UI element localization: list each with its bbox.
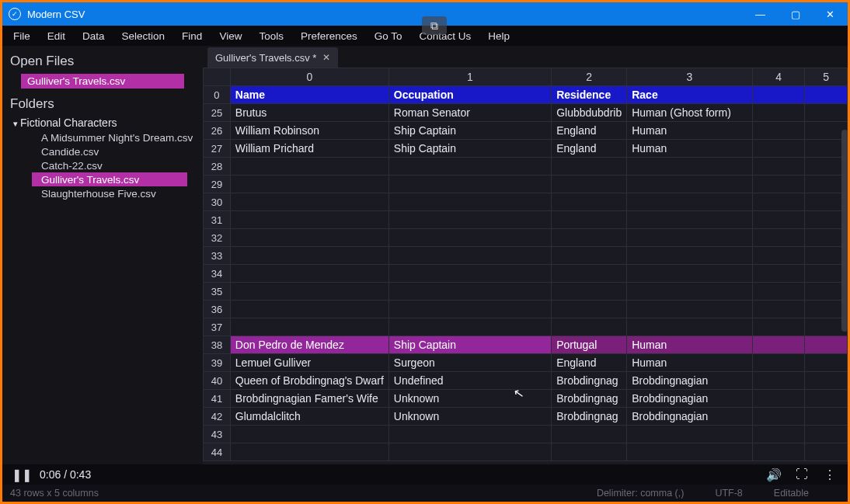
grid-cell[interactable] [752, 140, 805, 158]
grid-cell[interactable]: Brobdingnagian Famer's Wife [230, 390, 388, 408]
menu-selection[interactable]: Selection [116, 29, 172, 43]
grid-cell[interactable]: William Robinson [230, 122, 388, 140]
grid-cell[interactable]: Human [627, 354, 753, 372]
grid-cell[interactable] [388, 229, 551, 247]
file-item[interactable]: Gulliver's Travels.csv [32, 172, 187, 186]
pause-button[interactable]: ❚❚ [12, 468, 29, 482]
tab-gullivers-travels[interactable]: Gulliver's Travels.csv * ✕ [207, 47, 338, 68]
grid-cell[interactable]: Brobdingnag [552, 390, 627, 408]
grid-cell[interactable] [752, 372, 805, 390]
grid-cell[interactable] [752, 158, 805, 176]
col-header[interactable]: 1 [388, 68, 551, 86]
grid-cell[interactable]: Brobdingnagian [627, 390, 753, 408]
row-header[interactable]: 40 [204, 372, 231, 390]
row-header[interactable]: 32 [204, 229, 231, 247]
grid-cell[interactable]: Ship Captain [388, 140, 551, 158]
row-header[interactable]: 42 [204, 408, 231, 426]
grid-cell[interactable] [552, 229, 627, 247]
grid-cell[interactable] [752, 408, 805, 426]
grid-cell[interactable] [752, 283, 805, 301]
grid-cell[interactable] [752, 426, 805, 443]
grid-cell[interactable] [552, 158, 627, 176]
vertical-scrollbar[interactable] [841, 130, 848, 332]
row-header[interactable]: 41 [204, 390, 231, 408]
grid-cell[interactable]: Human [627, 122, 753, 140]
grid-cell[interactable] [805, 86, 848, 104]
copy-overlay-icon[interactable]: ⧉ [422, 16, 447, 35]
grid-cell[interactable]: Ship Captain [388, 122, 551, 140]
grid-cell[interactable] [230, 229, 388, 247]
row-header[interactable]: 29 [204, 176, 231, 193]
grid-cell[interactable] [552, 283, 627, 301]
grid-cell[interactable] [552, 176, 627, 193]
grid-cell[interactable]: Brobdingnag [552, 372, 627, 390]
grid-cell[interactable] [627, 283, 753, 301]
volume-icon[interactable]: 🔊 [765, 468, 782, 482]
row-header[interactable]: 25 [204, 104, 231, 122]
file-item[interactable]: Slaughterhouse Five.csv [2, 186, 203, 200]
grid-cell[interactable] [627, 301, 753, 318]
row-header[interactable]: 34 [204, 265, 231, 283]
grid-cell[interactable] [752, 301, 805, 318]
grid-cell[interactable]: Brobdingnag [552, 408, 627, 426]
grid-cell[interactable] [388, 283, 551, 301]
grid-cell[interactable] [752, 193, 805, 211]
grid-cell[interactable] [627, 158, 753, 176]
grid-cell[interactable] [388, 176, 551, 193]
menu-edit[interactable]: Edit [41, 29, 71, 43]
menu-find[interactable]: Find [176, 29, 208, 43]
grid-cell[interactable] [752, 443, 805, 461]
grid-cell[interactable]: Brobdingnagian [627, 372, 753, 390]
row-header[interactable]: 0 [204, 86, 231, 104]
grid-cell[interactable] [230, 443, 388, 461]
grid-cell[interactable]: Queen of Brobdingnag's Dwarf [230, 372, 388, 390]
grid-cell[interactable] [552, 211, 627, 229]
row-header[interactable]: 43 [204, 426, 231, 443]
grid-cell[interactable] [627, 176, 753, 193]
grid-cell[interactable] [230, 158, 388, 176]
row-header[interactable]: 26 [204, 122, 231, 140]
maximize-button[interactable]: ▢ [778, 2, 813, 26]
folder-root[interactable]: Fictional Characters [2, 115, 203, 130]
grid-cell[interactable] [752, 318, 805, 336]
grid-cell[interactable] [805, 354, 848, 372]
grid-cell[interactable] [552, 426, 627, 443]
spreadsheet-grid[interactable]: 0123450NameOccupationResidenceRace25Brut… [203, 68, 848, 464]
grid-cell[interactable]: Roman Senator [388, 104, 551, 122]
grid-cell[interactable] [552, 443, 627, 461]
menu-help[interactable]: Help [482, 29, 516, 43]
grid-cell[interactable] [230, 265, 388, 283]
grid-cell[interactable] [230, 176, 388, 193]
grid-cell[interactable]: William Prichard [230, 140, 388, 158]
grid-cell[interactable] [230, 247, 388, 265]
row-header[interactable]: 33 [204, 247, 231, 265]
grid-cell[interactable]: Don Pedro de Mendez [230, 336, 388, 354]
fullscreen-icon[interactable]: ⛶ [793, 468, 810, 481]
grid-cell[interactable]: Ship Captain [388, 336, 551, 354]
grid-cell[interactable] [805, 372, 848, 390]
grid-cell[interactable]: Undefined [388, 372, 551, 390]
grid-cell[interactable] [805, 104, 848, 122]
grid-cell[interactable] [388, 193, 551, 211]
menu-data[interactable]: Data [76, 29, 111, 43]
grid-cell[interactable] [752, 104, 805, 122]
row-header[interactable]: 44 [204, 443, 231, 461]
grid-cell[interactable]: Name [230, 86, 388, 104]
grid-cell[interactable] [752, 390, 805, 408]
grid-cell[interactable] [805, 390, 848, 408]
menu-tools[interactable]: Tools [253, 29, 290, 43]
row-header[interactable]: 37 [204, 318, 231, 336]
grid-cell[interactable]: Glumdalclitch [230, 408, 388, 426]
grid-cell[interactable] [752, 211, 805, 229]
row-header[interactable]: 27 [204, 140, 231, 158]
grid-cell[interactable]: Unknown [388, 390, 551, 408]
col-header[interactable]: 5 [805, 68, 848, 86]
grid-cell[interactable]: Human [627, 336, 753, 354]
col-header[interactable]: 4 [752, 68, 805, 86]
row-header[interactable]: 36 [204, 301, 231, 318]
grid-cell[interactable] [627, 229, 753, 247]
grid-cell[interactable]: Lemuel Gulliver [230, 354, 388, 372]
grid-cell[interactable] [230, 283, 388, 301]
grid-cell[interactable]: Glubbdubdrib [552, 104, 627, 122]
grid-cell[interactable]: Brobdingnagian [627, 408, 753, 426]
